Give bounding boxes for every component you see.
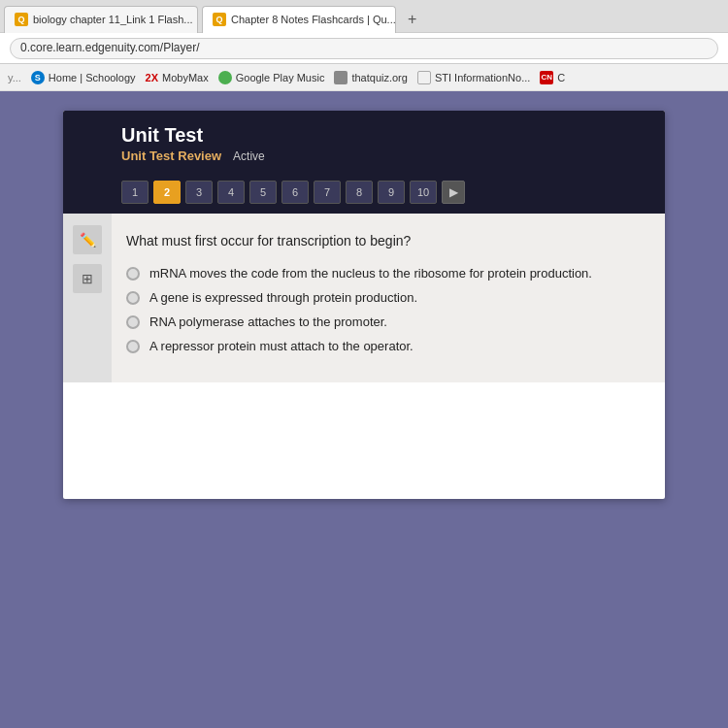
tab-1-label: biology chapter 11_Link 1 Flash... bbox=[33, 14, 193, 25]
thatquiz-icon bbox=[334, 71, 347, 84]
quiz-question-area: What must first occur for transcription … bbox=[112, 214, 665, 382]
radio-c[interactable] bbox=[126, 315, 140, 329]
tab-2-label: Chapter 8 Notes Flashcards | Qu... bbox=[231, 14, 396, 25]
answer-c-text: RNA polymerase attaches to the promoter. bbox=[149, 314, 387, 329]
bookmark-mobymax[interactable]: 2X MobyMax bbox=[146, 72, 209, 83]
answer-option-d[interactable]: A repressor protein must attach to the o… bbox=[126, 339, 641, 353]
sti-icon bbox=[417, 71, 431, 84]
answer-option-b[interactable]: A gene is expressed through protein prod… bbox=[126, 290, 641, 305]
thatquiz-label: thatquiz.org bbox=[351, 72, 407, 83]
page-content: Unit Test Unit Test Review Active 1 2 3 … bbox=[0, 91, 728, 728]
answer-a-text: mRNA moves the code from the nucleus to … bbox=[149, 266, 592, 281]
schoology-label: Home | Schoology bbox=[49, 72, 136, 83]
quiz-body: ✏️ ⊞ What must first occur for transcrip… bbox=[63, 214, 665, 382]
nav-btn-8[interactable]: 8 bbox=[346, 181, 373, 204]
address-bar: 0.core.learn.edgenuity.com/Player/ bbox=[0, 33, 728, 64]
bookmarks-bar: y... S Home | Schoology 2X MobyMax Googl… bbox=[0, 64, 728, 91]
tab-2-icon: Q bbox=[213, 13, 226, 26]
mobymax-label: MobyMax bbox=[162, 72, 209, 83]
quiz-status: Active bbox=[233, 149, 265, 163]
quiz-subtitle-row: Unit Test Review Active bbox=[121, 149, 645, 163]
nav-btn-4[interactable]: 4 bbox=[217, 181, 245, 204]
bookmark-cnn[interactable]: CN C bbox=[540, 71, 565, 84]
nav-btn-2[interactable]: 2 bbox=[153, 181, 181, 204]
browser-chrome: Q biology chapter 11_Link 1 Flash... ✕ Q… bbox=[0, 0, 728, 91]
grid-icon[interactable]: ⊞ bbox=[73, 264, 102, 293]
quiz-header: Unit Test Unit Test Review Active bbox=[63, 111, 665, 173]
answer-option-c[interactable]: RNA polymerase attaches to the promoter. bbox=[126, 314, 641, 329]
bookmark-schoology[interactable]: S Home | Schoology bbox=[31, 71, 136, 84]
bookmark-thatquiz[interactable]: thatquiz.org bbox=[334, 71, 407, 84]
pencil-icon[interactable]: ✏️ bbox=[73, 225, 102, 254]
google-play-icon bbox=[218, 71, 232, 84]
sti-label: STI InformationNo... bbox=[435, 72, 530, 83]
google-play-label: Google Play Music bbox=[236, 72, 325, 83]
nav-btn-1[interactable]: 1 bbox=[121, 181, 149, 204]
tab-1-icon: Q bbox=[15, 13, 28, 26]
mobymax-icon: 2X bbox=[146, 72, 158, 83]
quiz-panel: Unit Test Unit Test Review Active 1 2 3 … bbox=[63, 111, 665, 499]
quiz-subtitle: Unit Test Review bbox=[121, 149, 221, 163]
schoology-icon: S bbox=[31, 71, 45, 84]
cnn-icon: CN bbox=[540, 71, 553, 84]
nav-btn-10[interactable]: 10 bbox=[410, 181, 437, 204]
bookmarks-label: y... bbox=[8, 72, 21, 83]
quiz-title: Unit Test bbox=[121, 124, 645, 147]
new-tab-button[interactable]: + bbox=[402, 11, 422, 28]
address-input[interactable]: 0.core.learn.edgenuity.com/Player/ bbox=[10, 38, 718, 59]
tab-2[interactable]: Q Chapter 8 Notes Flashcards | Qu... ✕ bbox=[202, 6, 396, 33]
radio-a[interactable] bbox=[126, 267, 140, 281]
nav-btn-6[interactable]: 6 bbox=[281, 181, 309, 204]
nav-btn-7[interactable]: 7 bbox=[314, 181, 341, 204]
cnn-label: C bbox=[557, 72, 565, 83]
quiz-nav: 1 2 3 4 5 6 7 8 9 10 ▶ bbox=[63, 173, 665, 214]
tab-1[interactable]: Q biology chapter 11_Link 1 Flash... ✕ bbox=[4, 6, 198, 33]
nav-btn-9[interactable]: 9 bbox=[378, 181, 405, 204]
radio-b[interactable] bbox=[126, 291, 140, 305]
nav-btn-5[interactable]: 5 bbox=[249, 181, 277, 204]
quiz-sidebar: ✏️ ⊞ bbox=[63, 214, 112, 382]
bookmark-sti[interactable]: STI InformationNo... bbox=[417, 71, 530, 84]
question-text: What must first occur for transcription … bbox=[126, 233, 641, 248]
tab-bar: Q biology chapter 11_Link 1 Flash... ✕ Q… bbox=[0, 0, 728, 33]
nav-btn-3[interactable]: 3 bbox=[185, 181, 213, 204]
bookmark-google-play[interactable]: Google Play Music bbox=[218, 71, 325, 84]
nav-next-button[interactable]: ▶ bbox=[442, 181, 465, 204]
answer-options: mRNA moves the code from the nucleus to … bbox=[126, 266, 641, 353]
answer-d-text: A repressor protein must attach to the o… bbox=[149, 339, 414, 353]
radio-d[interactable] bbox=[126, 340, 140, 353]
answer-b-text: A gene is expressed through protein prod… bbox=[149, 290, 417, 305]
answer-option-a[interactable]: mRNA moves the code from the nucleus to … bbox=[126, 266, 641, 281]
